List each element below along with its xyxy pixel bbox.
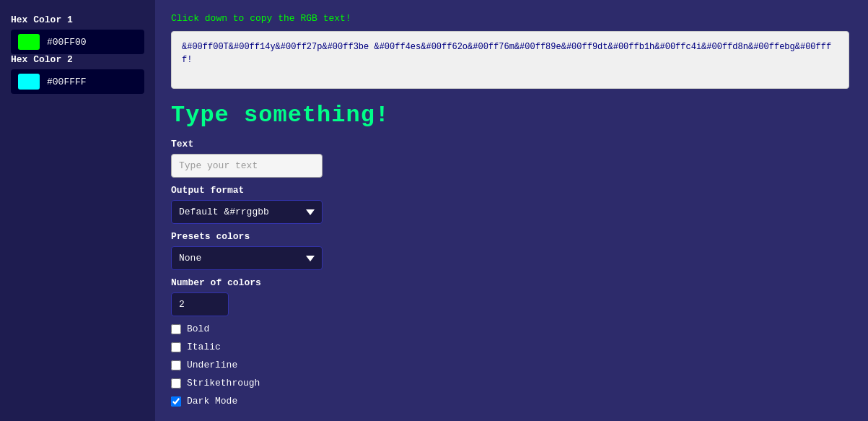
bold-label: Bold: [187, 324, 209, 334]
darkmode-label: Dark Mode: [187, 396, 237, 407]
underline-label: Underline: [187, 360, 237, 370]
num-colors-label: Number of colors: [171, 277, 852, 288]
strikethrough-checkbox[interactable]: [171, 378, 181, 389]
strikethrough-label: Strikethrough: [187, 378, 260, 389]
color-swatch-1: [18, 34, 40, 50]
hex-color-1-row[interactable]: #00FF00: [11, 30, 144, 54]
hex-color-2-section: Hex Color 2 #00FFFF: [11, 54, 144, 94]
text-input[interactable]: [171, 154, 323, 178]
instruction-text: Click down to copy the RGB text!: [171, 13, 852, 24]
bold-row: Bold: [171, 324, 852, 334]
italic-row: Italic: [171, 342, 852, 352]
text-field-label: Text: [171, 139, 852, 149]
italic-checkbox[interactable]: [171, 342, 181, 352]
color-swatch-2: [18, 74, 40, 90]
num-colors-input[interactable]: [171, 292, 229, 316]
darkmode-row: Dark Mode: [171, 396, 852, 407]
hex-color-2-value: #00FFFF: [47, 77, 87, 87]
main-content: Click down to copy the RGB text! &#00ff0…: [155, 0, 868, 421]
output-format-label: Output format: [171, 185, 852, 196]
hex-color-2-label: Hex Color 2: [11, 54, 144, 65]
hex-color-1-section: Hex Color 1 #00FF00: [11, 14, 144, 54]
output-format-select[interactable]: Default &#rrggbb: [171, 200, 323, 224]
hex-color-1-label: Hex Color 1: [11, 14, 144, 25]
hex-color-1-value: #00FF00: [47, 37, 87, 48]
sidebar: Hex Color 1 #00FF00 Hex Color 2 #00FFFF: [0, 0, 155, 421]
bold-checkbox[interactable]: [171, 324, 181, 334]
underline-row: Underline: [171, 360, 852, 370]
italic-label: Italic: [187, 342, 221, 352]
form-section: Text Output format Default &#rrggbb Pres…: [171, 139, 852, 407]
presets-label: Presets colors: [171, 231, 852, 242]
strikethrough-row: Strikethrough: [171, 378, 852, 389]
section-title: Type something!: [171, 102, 852, 129]
hex-color-2-row[interactable]: #00FFFF: [11, 69, 144, 94]
underline-checkbox[interactable]: [171, 360, 181, 370]
output-box[interactable]: &#00ff00T&#00ff14y&#00ff27p&#00ff3be &#0…: [171, 31, 849, 89]
presets-select[interactable]: None: [171, 246, 323, 270]
darkmode-checkbox[interactable]: [171, 396, 181, 407]
